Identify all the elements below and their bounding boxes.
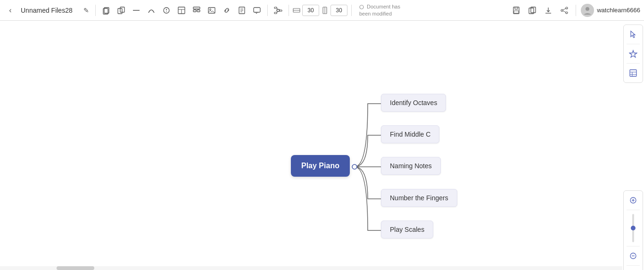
svg-point-40 (561, 9, 563, 11)
zoom-slider-thumb[interactable] (631, 226, 636, 230)
rp-fit-icon[interactable] (626, 268, 641, 270)
central-node-label: Play Piano (301, 162, 339, 170)
tb-icon-table1[interactable] (175, 4, 188, 17)
tb-icon-line[interactable] (130, 4, 143, 17)
canvas[interactable]: Play Piano Identify Octaves Find Middle … (0, 21, 644, 270)
svg-rect-35 (514, 11, 519, 13)
document-status: Document has been modified (359, 3, 400, 17)
svg-rect-23 (274, 12, 277, 14)
tb-icon-image[interactable] (205, 4, 218, 17)
rp-sep2 (627, 63, 640, 64)
svg-line-43 (563, 11, 566, 12)
horizontal-scrollbar[interactable] (0, 266, 622, 270)
branch-label-naming-notes: Naming Notes (390, 162, 432, 170)
svg-rect-11 (193, 7, 200, 9)
tb-icon-clone[interactable] (115, 4, 128, 17)
branch-naming-notes[interactable]: Naming Notes (381, 157, 441, 175)
separator2 (267, 5, 268, 16)
scroll-thumb[interactable] (57, 266, 94, 270)
document-title: Unnamed Files28 (21, 7, 77, 14)
branch-label-play-scales: Play Scales (390, 226, 424, 233)
avatar (581, 4, 594, 17)
separator4 (351, 5, 352, 16)
branch-number-fingers[interactable]: Number the Fingers (381, 189, 457, 207)
tb-icon-mindmap[interactable] (272, 4, 285, 17)
tb-icon-note[interactable] (235, 4, 248, 17)
rp-pointer-icon[interactable] (626, 27, 641, 42)
rp-zoom-sep1 (627, 210, 640, 210)
right-panel (622, 21, 644, 270)
edit-title-icon[interactable]: ✎ (81, 5, 91, 16)
save-button[interactable] (510, 4, 523, 17)
tb-icon-link[interactable] (220, 4, 233, 17)
toolbar-right: watchlearn6666 (510, 4, 640, 17)
rp-zoom-group (623, 190, 643, 270)
width-icon (293, 7, 300, 14)
separator (95, 5, 96, 16)
svg-rect-22 (274, 7, 277, 8)
tb-icon-chat[interactable] (250, 4, 264, 17)
rp-zoom-sep3 (627, 265, 640, 266)
branch-find-middle-c[interactable]: Find Middle C (381, 125, 439, 143)
svg-rect-13 (197, 10, 200, 12)
rp-zoom-in-icon[interactable] (626, 193, 641, 208)
height-icon (321, 7, 329, 14)
rp-table-icon[interactable] (626, 65, 641, 81)
branch-label-identify-octaves: Identify Octaves (390, 99, 437, 106)
connector-lines (0, 21, 644, 270)
tb-icon-copy[interactable] (99, 4, 113, 17)
svg-rect-20 (254, 8, 260, 12)
branch-label-number-fingers: Number the Fingers (390, 194, 448, 202)
tb-icon-table2[interactable] (190, 4, 203, 17)
separator3 (289, 5, 289, 16)
save-copy-button[interactable] (526, 4, 539, 17)
rp-top-group (623, 25, 643, 83)
svg-rect-24 (280, 10, 282, 11)
central-node[interactable]: Play Piano (291, 155, 350, 177)
rp-sep1 (627, 44, 640, 44)
svg-point-41 (566, 12, 568, 14)
svg-point-7 (166, 11, 167, 12)
tb-icon-comment[interactable] (160, 4, 173, 17)
svg-rect-12 (193, 10, 196, 12)
export-button[interactable] (542, 4, 555, 17)
svg-rect-48 (630, 70, 636, 76)
svg-rect-21 (277, 9, 280, 11)
separator5 (576, 5, 576, 16)
svg-point-39 (566, 7, 568, 9)
zoom-slider-track[interactable] (632, 214, 634, 242)
branch-identify-octaves[interactable]: Identify Octaves (381, 94, 446, 112)
branch-play-scales[interactable]: Play Scales (381, 221, 433, 238)
username-label: watchlearn6666 (597, 7, 640, 14)
svg-rect-34 (515, 7, 518, 9)
branch-label-find-middle-c: Find Middle C (390, 131, 430, 138)
width-input[interactable]: 30 (302, 5, 319, 16)
height-input[interactable]: 30 (330, 5, 347, 16)
rp-zoom-out-icon[interactable] (626, 248, 641, 263)
svg-point-15 (210, 8, 211, 10)
svg-line-42 (563, 8, 566, 10)
svg-point-47 (352, 164, 357, 169)
rp-star-icon[interactable] (626, 46, 641, 61)
tb-icon-curve[interactable] (145, 4, 158, 17)
share-button[interactable] (558, 4, 571, 17)
svg-point-45 (586, 7, 589, 11)
back-button[interactable]: ‹ (4, 4, 17, 17)
rp-zoom-sep2 (627, 246, 640, 246)
toolbar: ‹ Unnamed Files28 ✎ 30 30 (0, 0, 644, 21)
svg-point-32 (360, 5, 363, 9)
